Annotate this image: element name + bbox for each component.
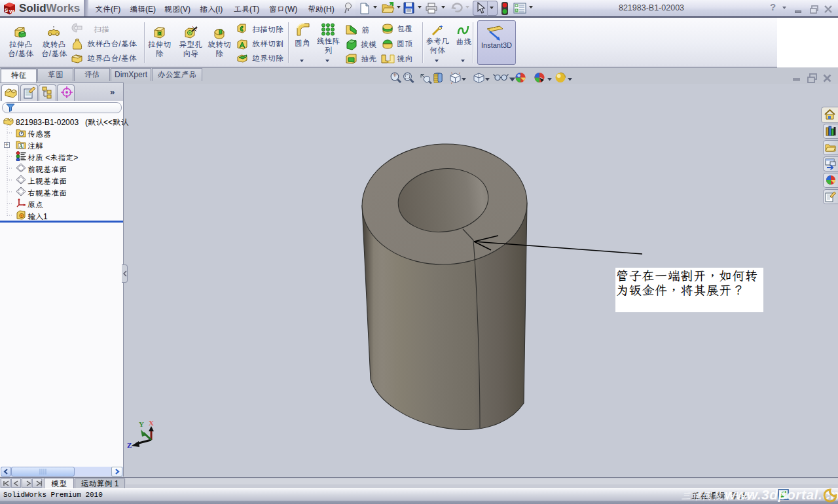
svg-text:Z: Z — [127, 441, 132, 449]
svg-text:S: S — [5, 7, 9, 13]
svg-text:Y: Y — [139, 420, 144, 428]
svg-text:W: W — [9, 9, 14, 14]
svg-text:X: X — [149, 419, 154, 427]
